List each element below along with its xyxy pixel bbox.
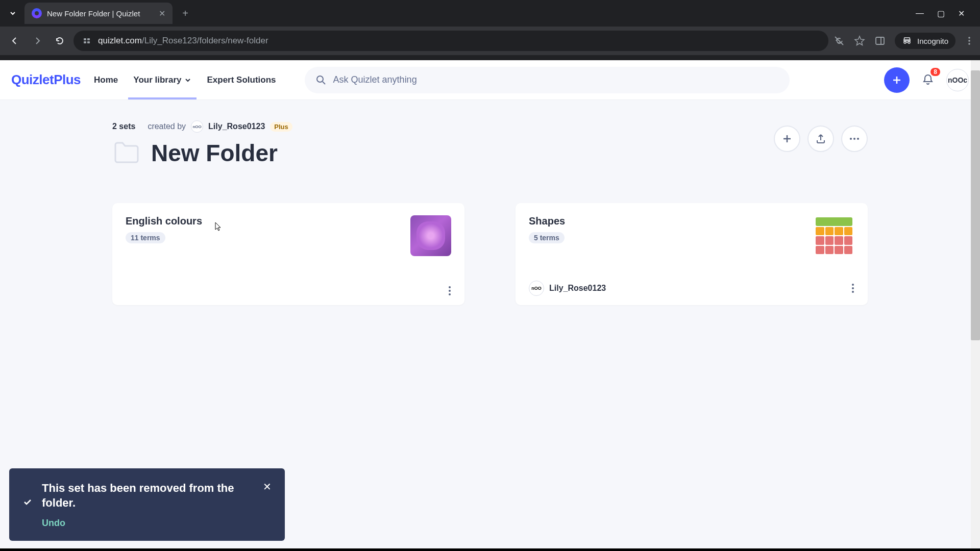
folder-header: 2 sets created by nOO Lily_Rose0123 Plus… <box>112 120 868 167</box>
svg-point-16 <box>449 293 451 295</box>
more-horizontal-icon <box>849 137 860 140</box>
plus-icon <box>781 133 793 144</box>
svg-rect-0 <box>84 38 86 40</box>
svg-rect-4 <box>876 37 884 44</box>
browser-chrome: New Folder Folder | Quizlet ✕ + — ▢ ✕ qu… <box>0 0 980 60</box>
svg-point-6 <box>968 37 970 39</box>
set-thumbnail <box>410 215 451 256</box>
tab-bar: New Folder Folder | Quizlet ✕ + — ▢ ✕ <box>0 0 980 27</box>
folder-actions <box>774 126 868 152</box>
author-name: Lily_Rose0123 <box>549 284 606 293</box>
user-avatar[interactable]: nOOc <box>946 69 969 91</box>
nav-expert-solutions[interactable]: Expert Solutions <box>207 61 276 99</box>
svg-point-11 <box>850 138 852 140</box>
svg-point-19 <box>852 291 854 293</box>
toast-notification: This set has been removed from the folde… <box>9 468 285 541</box>
minimize-button[interactable]: — <box>916 9 924 18</box>
taskbar <box>0 548 980 551</box>
share-icon <box>815 133 826 144</box>
set-title: Shapes <box>529 215 565 227</box>
search-placeholder: Ask Quizlet anything <box>333 74 417 85</box>
bookmark-star-icon[interactable] <box>854 35 865 46</box>
set-author[interactable]: nOO Lily_Rose0123 <box>529 281 606 296</box>
set-card-menu[interactable] <box>448 286 451 296</box>
nav-home[interactable]: Home <box>94 61 118 99</box>
toast-message: This set has been removed from the folde… <box>42 481 254 511</box>
forward-button[interactable] <box>29 32 46 49</box>
toast-undo-button[interactable]: Undo <box>42 518 65 529</box>
creator-avatar[interactable]: nOO <box>191 120 203 133</box>
created-by: created by nOO Lily_Rose0123 Plus <box>148 120 292 133</box>
close-window-button[interactable]: ✕ <box>958 9 965 18</box>
set-title: English colours <box>126 215 202 227</box>
set-card-menu[interactable] <box>851 283 854 293</box>
folder-icon <box>112 139 141 167</box>
more-options-button[interactable] <box>841 126 868 152</box>
svg-rect-3 <box>87 41 90 43</box>
svg-point-14 <box>449 286 451 288</box>
svg-point-9 <box>317 76 323 82</box>
search-bar[interactable]: Ask Quizlet anything <box>305 67 790 93</box>
tab-title: New Folder Folder | Quizlet <box>47 9 154 18</box>
plus-icon <box>891 74 902 86</box>
site-settings-icon[interactable] <box>83 37 91 45</box>
folder-title: New Folder <box>151 139 278 167</box>
svg-point-18 <box>852 287 854 289</box>
back-button[interactable] <box>6 32 23 49</box>
set-card[interactable]: Shapes 5 terms nOO Lily_Rose0123 <box>516 203 868 305</box>
reload-button[interactable] <box>51 32 68 49</box>
scrollbar[interactable] <box>971 60 980 551</box>
quizlet-logo[interactable]: QuizletPlus <box>11 72 81 88</box>
eye-off-icon[interactable] <box>834 35 845 46</box>
more-vertical-icon <box>851 283 854 293</box>
author-avatar: nOO <box>529 281 544 296</box>
nav-links: Home Your library Expert Solutions <box>94 61 276 99</box>
svg-point-17 <box>852 284 854 286</box>
tab-search-dropdown[interactable] <box>4 5 21 22</box>
creator-username[interactable]: Lily_Rose0123 <box>208 122 265 131</box>
toast-close-button[interactable]: ✕ <box>263 481 272 493</box>
maximize-button[interactable]: ▢ <box>937 9 945 18</box>
incognito-icon <box>902 36 912 46</box>
nav-your-library[interactable]: Your library <box>133 61 191 99</box>
svg-point-8 <box>968 43 970 45</box>
term-count-badge: 5 terms <box>529 232 565 243</box>
create-button[interactable] <box>884 67 910 93</box>
browser-menu-icon[interactable] <box>965 36 974 45</box>
svg-point-7 <box>968 40 970 42</box>
svg-rect-2 <box>84 41 86 43</box>
more-vertical-icon <box>448 286 451 296</box>
term-count-badge: 11 terms <box>126 232 165 243</box>
address-bar[interactable]: quizlet.com/Lily_Rose123/folders/new-fol… <box>74 31 828 51</box>
chevron-down-icon <box>184 77 191 84</box>
new-tab-button[interactable]: + <box>178 6 193 21</box>
add-button[interactable] <box>774 126 800 152</box>
check-icon <box>22 497 33 507</box>
url-text: quizlet.com/Lily_Rose123/folders/new-fol… <box>98 36 819 46</box>
set-card[interactable]: English colours 11 terms <box>112 203 464 305</box>
scrollbar-thumb[interactable] <box>971 70 980 340</box>
svg-point-15 <box>449 290 451 292</box>
side-panel-icon[interactable] <box>874 35 886 46</box>
share-button[interactable] <box>807 126 834 152</box>
plus-badge: Plus <box>270 122 292 132</box>
set-cards-grid: English colours 11 terms Shapes 5 <box>112 203 868 305</box>
set-thumbnail <box>814 215 854 256</box>
notification-badge: 8 <box>930 68 940 76</box>
app-header: QuizletPlus Home Your library Expert Sol… <box>0 60 980 100</box>
browser-tab[interactable]: New Folder Folder | Quizlet ✕ <box>24 3 173 24</box>
set-count: 2 sets <box>112 122 135 131</box>
search-icon <box>316 75 326 85</box>
svg-line-10 <box>323 82 325 84</box>
tab-close-button[interactable]: ✕ <box>159 9 165 18</box>
svg-rect-1 <box>87 38 90 40</box>
notifications-button[interactable]: 8 <box>918 70 938 90</box>
incognito-badge[interactable]: Incognito <box>895 33 955 49</box>
quizlet-favicon <box>32 8 42 18</box>
svg-point-13 <box>857 138 859 140</box>
window-controls: — ▢ ✕ <box>916 9 976 18</box>
svg-point-12 <box>853 138 855 140</box>
url-bar: quizlet.com/Lily_Rose123/folders/new-fol… <box>0 27 980 55</box>
